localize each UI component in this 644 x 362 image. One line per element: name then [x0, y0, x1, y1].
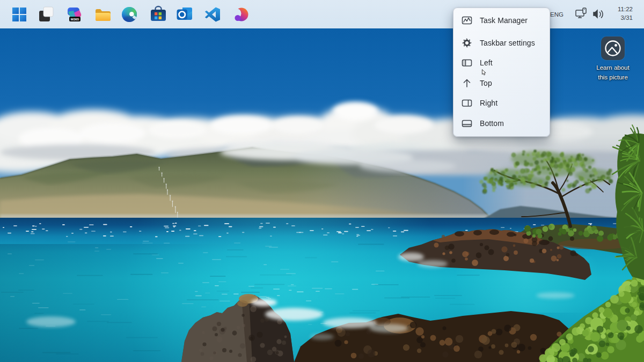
- svg-text:3/31: 3/31: [621, 14, 633, 21]
- svg-text:11:22: 11:22: [618, 6, 633, 12]
- svg-text:M365: M365: [71, 17, 79, 21]
- svg-text:ENG: ENG: [550, 11, 564, 18]
